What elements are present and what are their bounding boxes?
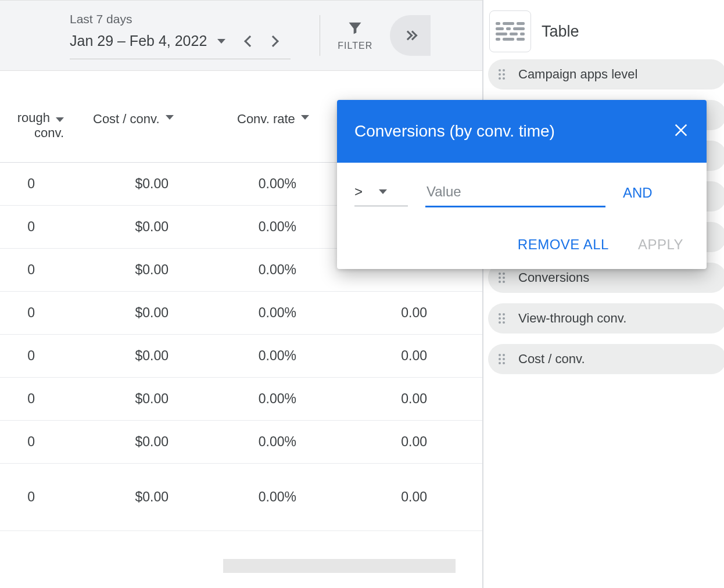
panel-title: Table: [542, 23, 579, 41]
cell: 0.00: [320, 434, 427, 450]
cell: $0.00: [64, 305, 169, 321]
chip-label: View-through conv.: [518, 311, 626, 326]
date-range-picker[interactable]: Last 7 days Jan 29 – Feb 4, 2022: [70, 12, 291, 59]
cell: 0.00%: [186, 489, 296, 505]
chip-label: Cost / conv.: [518, 352, 585, 367]
cell: 0: [0, 391, 35, 407]
sort-icon: [56, 117, 64, 122]
chevron-left-icon: [244, 35, 256, 47]
next-period-button[interactable]: [261, 30, 285, 53]
cell: 0.00%: [186, 176, 296, 192]
column-header-conv-rate[interactable]: Conv. rate: [237, 112, 309, 127]
cell: 0.00%: [186, 348, 296, 364]
column-chip[interactable]: Cost / conv.: [488, 344, 724, 374]
sort-icon: [301, 115, 309, 120]
popup-title: Conversions (by conv. time): [354, 122, 555, 141]
divider: [320, 15, 320, 56]
dropdown-icon: [379, 189, 387, 194]
cell: $0.00: [64, 348, 169, 364]
date-preset-label: Last 7 days: [70, 12, 291, 26]
cell: $0.00: [64, 391, 169, 407]
cell: 0: [0, 305, 35, 321]
filter-icon: [347, 20, 363, 36]
table-row[interactable]: 0$0.000.00%0.00: [0, 464, 482, 531]
date-range-text: Jan 29 – Feb 4, 2022: [70, 33, 207, 49]
table-row[interactable]: 0$0.000.00%0.00: [0, 378, 482, 421]
column-header-viewthrough[interactable]: rough conv.: [0, 110, 64, 141]
side-panel: Table Campaign apps levelAvg. CPCCostImp…: [482, 0, 724, 588]
cell: 0: [0, 489, 35, 505]
cell: 0.00: [320, 305, 427, 321]
column-chip[interactable]: View-through conv.: [488, 303, 724, 334]
cell: 0.00%: [186, 305, 296, 321]
table-row[interactable]: 0$0.000.00%0.00: [0, 421, 482, 464]
cell: $0.00: [64, 176, 169, 192]
drag-handle-icon[interactable]: [499, 313, 508, 324]
cell: 0.00: [320, 391, 427, 407]
chevron-right-icon: [267, 35, 279, 47]
chip-label: Conversions: [518, 270, 589, 285]
close-button[interactable]: [673, 122, 689, 141]
operator-value: >: [354, 184, 363, 200]
table-row[interactable]: 0$0.000.00%0.00: [0, 292, 482, 335]
cell: 0.00: [320, 489, 427, 505]
and-button[interactable]: AND: [623, 185, 653, 201]
sort-icon: [166, 115, 174, 120]
operator-select[interactable]: >: [354, 184, 408, 206]
drag-handle-icon[interactable]: [499, 354, 508, 364]
column-header-text: Conv. rate: [237, 112, 295, 127]
chevron-double-right-icon: [406, 32, 415, 39]
remove-all-button[interactable]: REMOVE ALL: [518, 236, 609, 253]
cell: 0: [0, 176, 35, 192]
cell: 0.00: [320, 348, 427, 364]
column-header-text: Cost / conv.: [93, 112, 160, 127]
table-icon: [489, 10, 531, 52]
cell: 0.00%: [186, 391, 296, 407]
cell: $0.00: [64, 489, 169, 505]
column-header-text: conv.: [34, 126, 64, 141]
table-row[interactable]: 0$0.000.00%0.00: [0, 335, 482, 378]
cell: 0.00%: [186, 434, 296, 450]
close-icon: [673, 122, 689, 138]
cell: 0: [0, 348, 35, 364]
cell: 0.00%: [186, 262, 296, 278]
column-header-cost-per-conv[interactable]: Cost / conv.: [93, 112, 174, 127]
cell: $0.00: [64, 434, 169, 450]
cell: 0: [0, 434, 35, 450]
drag-handle-icon[interactable]: [499, 273, 508, 283]
column-chip[interactable]: Campaign apps level: [488, 59, 724, 89]
filter-popup: Conversions (by conv. time) > AND REMOVE…: [337, 100, 707, 269]
cell: 0.00%: [186, 219, 296, 235]
cell: $0.00: [64, 219, 169, 235]
dropdown-icon[interactable]: [217, 39, 225, 44]
cell: 0: [0, 262, 35, 278]
prev-period-button[interactable]: [238, 30, 261, 53]
apply-button[interactable]: APPLY: [638, 236, 683, 253]
drag-handle-icon[interactable]: [499, 69, 508, 80]
cell: $0.00: [64, 262, 169, 278]
filter-button[interactable]: FILTER: [338, 20, 372, 51]
cell: 0: [0, 219, 35, 235]
expand-panel-button[interactable]: [390, 15, 431, 56]
value-input[interactable]: [425, 184, 605, 207]
chip-label: Campaign apps level: [518, 67, 637, 82]
horizontal-scrollbar[interactable]: [223, 559, 456, 573]
column-header-text: rough: [17, 110, 50, 126]
filter-label: FILTER: [338, 41, 372, 51]
